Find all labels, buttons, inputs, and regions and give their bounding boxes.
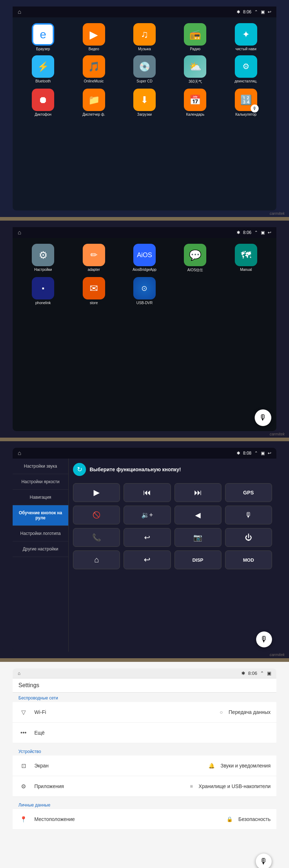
settings-wifi[interactable]: ▽ Wi-Fi ○ Передача данных bbox=[13, 702, 276, 723]
mic-float-2[interactable]: 🎙 bbox=[255, 409, 271, 426]
more-label: Ещё bbox=[34, 730, 271, 736]
func-mute[interactable]: 🚫 bbox=[73, 506, 120, 524]
settings-location[interactable]: 📍 Местоположение 🔒 Безопасность bbox=[13, 809, 276, 830]
app-uninstall[interactable]: ⚙ деинсталляц. bbox=[223, 55, 269, 84]
status-bar-2: ⌂ ✱ 8:06 ⌃ ▣ ↩ bbox=[13, 227, 276, 238]
func-grid: ▶ ⏮ ⏭ GPS 🚫 🔉+ ◀ 🎙 📞 ↩ 📷 ⏻ ⌂ ↩ bbox=[73, 483, 272, 569]
func-disp[interactable]: DISP bbox=[174, 550, 221, 569]
expand-icon-3[interactable]: ⌃ bbox=[254, 451, 258, 456]
func-play[interactable]: ▶ bbox=[73, 483, 120, 502]
sidebar-navigation[interactable]: Навигация bbox=[13, 490, 68, 505]
home-icon-4[interactable]: ⌂ bbox=[18, 671, 21, 676]
func-phone[interactable]: 📞 bbox=[73, 528, 120, 547]
mic-float-4[interactable]: 🎙 bbox=[256, 854, 272, 868]
sidebar-brightness[interactable]: Настройки яркости bbox=[13, 474, 68, 490]
phonelink-icon: ▪ bbox=[32, 277, 54, 299]
navi-label: чистый нави bbox=[236, 47, 256, 51]
home-icon[interactable]: ⌂ bbox=[18, 9, 21, 15]
refresh-icon[interactable]: ↻ bbox=[73, 463, 86, 476]
func-mode[interactable]: MOD bbox=[225, 550, 272, 569]
windows-icon-4[interactable]: ▣ bbox=[267, 671, 271, 676]
app-video[interactable]: ▶ Видео bbox=[70, 23, 117, 51]
func-hangup[interactable]: ↩ bbox=[124, 528, 171, 547]
time-1: 8:06 bbox=[243, 9, 251, 14]
expand-icon-4[interactable]: ⌃ bbox=[260, 671, 264, 676]
app-phonelink[interactable]: ▪ phonelink bbox=[20, 277, 66, 305]
expand-icon[interactable]: ⌃ bbox=[254, 9, 258, 14]
func-voldn[interactable]: ◀ bbox=[174, 506, 221, 524]
app-onlinemusic[interactable]: 🎵 OnlineMusic bbox=[70, 55, 117, 84]
screen1-wrapper: ⌂ ✱ 8:06 ⌃ ▣ ↩ e Браузер bbox=[0, 0, 289, 217]
home-icon-3[interactable]: ⌂ bbox=[18, 450, 21, 456]
mic-float-3[interactable]: 🎙 bbox=[256, 631, 272, 647]
windows-icon-3[interactable]: ▣ bbox=[261, 451, 265, 456]
app-store[interactable]: ✉ store bbox=[70, 277, 117, 305]
time-2: 8:06 bbox=[243, 230, 251, 235]
app-bluetooth[interactable]: ⚡ Bluetooth bbox=[20, 55, 66, 84]
music-label: Музыка bbox=[138, 47, 151, 51]
windows-icon[interactable]: ▣ bbox=[261, 9, 265, 14]
screen2: ⌂ ✱ 8:06 ⌃ ▣ ↩ ⚙ Настройки ✏ adapter bbox=[0, 221, 289, 438]
app-settings[interactable]: ⚙ Настройки bbox=[20, 244, 66, 273]
browser-label: Браузер bbox=[36, 47, 50, 51]
dictaphone-icon: ⏺ bbox=[32, 89, 54, 111]
app-radio[interactable]: 📻 Радио bbox=[172, 23, 218, 51]
func-camera[interactable]: 📷 bbox=[174, 528, 221, 547]
bluetooth-icon-2: ✱ bbox=[237, 230, 240, 235]
location-icon: 📍 bbox=[18, 814, 29, 824]
screen3-wrapper: ⌂ ✱ 8:08 ⌃ ▣ ↩ Настройки звука Настройки… bbox=[0, 441, 289, 658]
apps-label: Приложения bbox=[34, 783, 190, 789]
settings-screen[interactable]: ⊡ Экран 🔔 Звуки и уведомления bbox=[13, 756, 276, 776]
wifi-label: Wi-Fi bbox=[34, 709, 220, 715]
bluetooth-app-icon: ⚡ bbox=[32, 55, 54, 78]
back-icon-3[interactable]: ↩ bbox=[268, 451, 271, 456]
func-next[interactable]: ⏭ bbox=[174, 483, 221, 502]
func-home[interactable]: ⌂ bbox=[73, 550, 120, 569]
func-micbtn[interactable]: 🎙 bbox=[225, 506, 272, 524]
home-icon-2[interactable]: ⌂ bbox=[18, 229, 21, 236]
app-browser[interactable]: e Браузер bbox=[20, 23, 66, 51]
downloads-label: Загрузки bbox=[137, 112, 152, 116]
sidebar-logo[interactable]: Настройки логотипа bbox=[13, 526, 68, 541]
location-right: 🔒 Безопасность bbox=[227, 816, 271, 822]
screen3: ⌂ ✱ 8:08 ⌃ ▣ ↩ Настройки звука Настройки… bbox=[0, 441, 289, 658]
settings-more[interactable]: ••• Ещё bbox=[13, 723, 276, 743]
onlinemusic-icon: 🎵 bbox=[83, 55, 105, 78]
screen1: ⌂ ✱ 8:06 ⌃ ▣ ↩ e Браузер bbox=[0, 0, 289, 217]
store-icon: ✉ bbox=[83, 277, 105, 299]
sidebar-other[interactable]: Другие настройки bbox=[13, 541, 68, 557]
settings-apps[interactable]: ⚙ Приложения ≡ Хранилище и USB-накопител… bbox=[13, 776, 276, 797]
func-gps[interactable]: GPS bbox=[225, 483, 272, 502]
steering-title: Выберите функциональную кнопку! bbox=[90, 467, 181, 472]
app-aiosbridgeapp[interactable]: AiOS AiosBridgeApp bbox=[121, 244, 168, 273]
func-back[interactable]: ↩ bbox=[124, 550, 171, 569]
sidebar-sound[interactable]: Настройки звука bbox=[13, 459, 68, 474]
app-adapter[interactable]: ✏ adapter bbox=[70, 244, 117, 273]
screen-label: Экран bbox=[34, 763, 208, 769]
app-calendar[interactable]: 📅 Календарь bbox=[172, 89, 218, 116]
app-usbdvr[interactable]: ⊙ USB-DVR bbox=[121, 277, 168, 305]
expand-icon-2[interactable]: ⌃ bbox=[254, 230, 258, 235]
app-supercd[interactable]: 💿 Super CD bbox=[121, 55, 168, 84]
app-calculator[interactable]: 🔢 🎙 Калькулятор bbox=[223, 89, 269, 116]
func-prev[interactable]: ⏮ bbox=[124, 483, 171, 502]
screen-right: 🔔 Звуки и уведомления bbox=[208, 763, 271, 769]
app-taskmanager[interactable]: 📁 Диспетчер ф. bbox=[70, 89, 117, 116]
func-volup[interactable]: 🔉+ bbox=[124, 506, 171, 524]
notification-icon: 🔔 bbox=[208, 763, 215, 769]
windows-icon-2[interactable]: ▣ bbox=[261, 230, 265, 235]
app-manual[interactable]: 🗺 Manual bbox=[223, 244, 269, 273]
app-navi[interactable]: ✦ чистый нави bbox=[223, 23, 269, 51]
app-music[interactable]: ♫ Музыка bbox=[121, 23, 168, 51]
back-icon-2[interactable]: ↩ bbox=[268, 230, 271, 235]
app-downloads[interactable]: ⬇ Загрузки bbox=[121, 89, 168, 116]
status-bar-4: ⌂ ✱ 8:06 ⌃ ▣ bbox=[13, 668, 276, 678]
func-power[interactable]: ⏻ bbox=[225, 528, 272, 547]
calendar-label: Календарь bbox=[186, 112, 204, 116]
app-weather[interactable]: ⛅ 360天气 bbox=[172, 55, 218, 84]
sidebar-steering[interactable]: Обучение кнопок на руле bbox=[13, 505, 68, 526]
back-icon[interactable]: ↩ bbox=[268, 9, 271, 14]
app-aios[interactable]: 💬 AIOS信任 bbox=[172, 244, 218, 273]
app-dictaphone[interactable]: ⏺ Диктофон bbox=[20, 89, 66, 116]
video-icon: ▶ bbox=[83, 23, 105, 46]
